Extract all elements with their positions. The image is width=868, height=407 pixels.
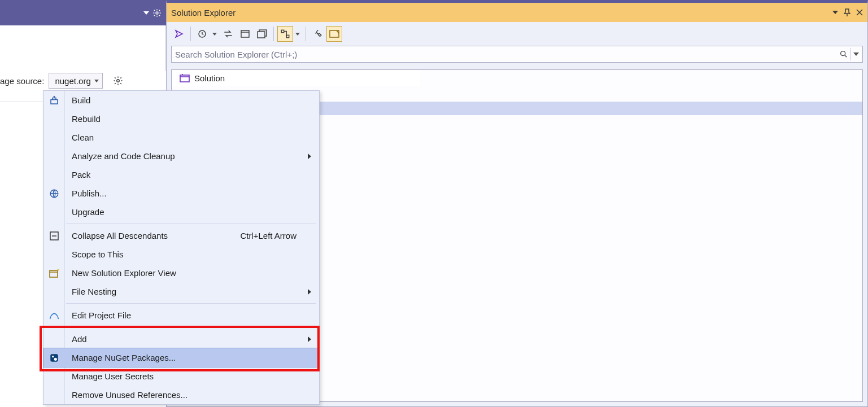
ctx-item[interactable]: Upgrade [43, 203, 319, 221]
ctx-item-label: Manage NuGet Packages... [72, 353, 176, 362]
ctx-item-label: Remove Unused References... [72, 390, 187, 400]
solution-root-label: Solution [194, 73, 225, 83]
solution-icon [180, 73, 190, 82]
ctx-item[interactable]: Collapse All DescendantsCtrl+Left Arrow [43, 226, 319, 245]
ctx-item-label: Manage User Secrets [72, 371, 154, 381]
solution-explorer-toolbar [167, 22, 867, 46]
window-dropdown-icon[interactable] [832, 11, 838, 14]
package-source-value: nuget.org [55, 76, 90, 86]
svg-rect-10 [180, 75, 189, 82]
svg-point-1 [117, 80, 120, 82]
newview-icon [48, 267, 60, 279]
ctx-item[interactable]: Analyze and Code Cleanup [43, 147, 319, 165]
ctx-item-label: Upgrade [72, 207, 104, 217]
ctx-item[interactable]: Clean [43, 128, 319, 147]
project-context-menu: BuildRebuildCleanAnalyze and Code Cleanu… [43, 90, 320, 405]
package-source-label: age source: [0, 76, 44, 86]
ctx-item-label: New Solution Explorer View [72, 268, 176, 278]
submenu-arrow-icon [308, 289, 311, 295]
ctx-item[interactable]: File Nesting [43, 282, 319, 301]
settings-gear-icon[interactable] [113, 76, 123, 86]
gear-icon[interactable] [152, 8, 162, 17]
ctx-item-label: Clean [72, 133, 94, 142]
close-icon[interactable] [856, 9, 863, 16]
history-back-button[interactable] [194, 26, 210, 42]
search-placeholder-text: Search Solution Explorer (Ctrl+;) [175, 50, 297, 59]
chevron-down-icon[interactable] [853, 52, 859, 56]
ctx-item-label: File Nesting [72, 287, 116, 296]
svg-point-9 [841, 51, 845, 56]
dropdown-caret-icon[interactable] [143, 11, 149, 15]
windows-button[interactable] [254, 26, 270, 42]
properties-button[interactable] [309, 26, 325, 42]
pin-icon[interactable] [844, 8, 850, 16]
chevron-down-icon[interactable] [295, 33, 300, 36]
build-icon [48, 94, 60, 107]
solution-explorer-titlebar: Solution Explorer [167, 3, 867, 22]
window-button[interactable] [237, 26, 253, 42]
ctx-shortcut: Ctrl+Left Arrow [240, 231, 296, 240]
ctx-item[interactable]: Manage NuGet Packages... [43, 348, 319, 367]
submenu-arrow-icon [308, 154, 311, 159]
ctx-item-label: Scope to This [72, 250, 123, 259]
svg-rect-15 [50, 354, 58, 362]
ctx-item-label: Edit Project File [72, 310, 131, 320]
ctx-item[interactable]: Pack [43, 165, 319, 184]
globe-icon [48, 187, 60, 200]
svg-rect-3 [241, 30, 249, 37]
ctx-item-label: Rebuild [72, 114, 101, 124]
ctx-item[interactable]: Build [43, 91, 319, 110]
ctx-item-label: Add [72, 334, 87, 344]
ctx-item[interactable]: Scope to This [43, 245, 319, 264]
show-all-files-button[interactable] [277, 26, 293, 42]
solution-root-node[interactable]: Solution [172, 70, 420, 86]
sync-button[interactable] [220, 26, 236, 42]
left-header [0, 0, 166, 25]
submenu-arrow-icon [308, 336, 311, 342]
solution-explorer-search[interactable]: Search Solution Explorer (Ctrl+;) [171, 46, 863, 63]
ctx-item[interactable]: New Solution Explorer View [43, 264, 319, 282]
ctx-item-label: Analyze and Code Cleanup [72, 151, 175, 161]
ctx-item-label: Collapse All Descendants [72, 231, 168, 240]
svg-point-17 [54, 357, 57, 360]
ctx-item-label: Publish... [72, 189, 107, 198]
package-source-select[interactable]: nuget.org [49, 73, 102, 89]
svg-rect-5 [258, 32, 265, 38]
svg-rect-14 [50, 270, 58, 277]
solution-explorer-title: Solution Explorer [171, 8, 235, 17]
ctx-item[interactable]: Add [43, 330, 319, 348]
svg-rect-6 [281, 30, 284, 33]
ctx-item[interactable]: Remove Unused References... [43, 386, 319, 404]
ctx-item-label: Build [72, 95, 90, 105]
svg-rect-11 [51, 99, 58, 104]
search-icon[interactable] [839, 50, 848, 59]
nuget-icon [48, 352, 60, 364]
preview-button[interactable] [326, 26, 342, 42]
ctx-item[interactable]: Manage User Secrets [43, 367, 319, 386]
home-view-button[interactable] [171, 26, 187, 42]
ctx-item-label: Pack [72, 170, 90, 180]
chevron-down-icon[interactable] [212, 33, 217, 36]
collapse-icon [48, 230, 60, 242]
ctx-item[interactable]: Edit Project File [43, 306, 319, 325]
ctx-item[interactable]: Rebuild [43, 110, 319, 128]
chevron-down-icon [94, 80, 99, 82]
edit-icon [48, 309, 60, 322]
svg-point-16 [52, 356, 54, 357]
svg-point-0 [156, 12, 158, 14]
ctx-item[interactable]: Publish... [43, 184, 319, 203]
